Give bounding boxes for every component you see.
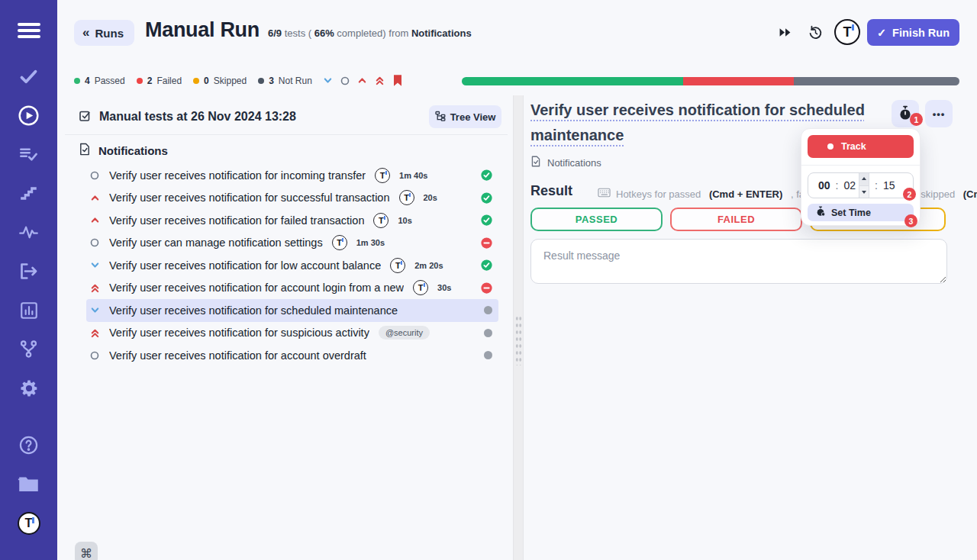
- test-duration: 10s: [398, 216, 411, 225]
- result-heading: Result: [530, 183, 572, 199]
- time-colon2: :: [875, 179, 878, 191]
- status-dot-icon: [193, 78, 199, 84]
- stat-failed[interactable]: 2Failed: [137, 76, 182, 86]
- more-options-button[interactable]: •••: [925, 100, 953, 127]
- subtitle-text: tests (: [282, 27, 314, 39]
- seconds-value[interactable]: 15: [883, 179, 895, 191]
- chevron-up-icon[interactable]: [357, 76, 367, 85]
- tree-view-label: Tree View: [450, 111, 496, 123]
- testomat-logo-icon: T: [390, 258, 405, 273]
- status-dot-icon: [258, 78, 264, 84]
- circle-icon[interactable]: [340, 76, 350, 85]
- time-input[interactable]: 00 : 02 : 15: [808, 172, 914, 198]
- hours-value[interactable]: 00: [818, 179, 830, 191]
- test-title: Verify user receives notification for ac…: [109, 349, 366, 362]
- menu-icon[interactable]: [0, 11, 57, 50]
- test-tag: @security: [379, 326, 430, 340]
- test-row[interactable]: Verify user receives notification for su…: [86, 322, 498, 345]
- priority-chevron-up-icon: [89, 193, 100, 203]
- milestones-icon[interactable]: [0, 174, 57, 213]
- minutes-stepper[interactable]: [859, 172, 869, 198]
- testomat-logo-icon: T: [332, 235, 347, 250]
- stat-label: Passed: [95, 76, 125, 86]
- panel-resize-handle[interactable]: [513, 95, 524, 560]
- step-badge-2: 2: [903, 188, 916, 201]
- track-label: Track: [841, 141, 866, 152]
- testomat-logo-icon[interactable]: T: [834, 19, 860, 45]
- stat-passed[interactable]: 4Passed: [74, 76, 125, 86]
- chevrons-up-icon[interactable]: [375, 75, 385, 86]
- checklist-icon: [79, 109, 92, 126]
- result-message-input[interactable]: [530, 239, 947, 284]
- tree-view-button[interactable]: Tree View: [429, 105, 501, 128]
- tests-icon[interactable]: [0, 57, 57, 96]
- projects-icon[interactable]: [0, 465, 57, 504]
- suite-folder-label: Notifications: [98, 144, 168, 157]
- failed-button[interactable]: FAILED: [670, 208, 802, 231]
- command-key-button[interactable]: ⌘: [75, 542, 98, 560]
- sidebar: T: [0, 0, 57, 560]
- tests-count: 6/9: [268, 27, 282, 39]
- stat-skipped[interactable]: 0Skipped: [193, 76, 247, 86]
- pipelines-icon[interactable]: [0, 330, 57, 369]
- step-up-icon[interactable]: [859, 172, 869, 186]
- settings-icon[interactable]: [0, 369, 57, 407]
- chevrons-left-icon: «: [82, 25, 89, 40]
- set-time-button[interactable]: Set Time: [808, 204, 914, 221]
- finish-run-button[interactable]: ✓ Finish Run: [867, 19, 959, 46]
- suite-folder-row[interactable]: Notifications: [79, 143, 168, 159]
- status-dot-icon: [137, 78, 143, 84]
- fast-forward-icon[interactable]: [779, 27, 792, 37]
- test-row[interactable]: Verify user receives notification for su…: [86, 187, 498, 210]
- test-row[interactable]: Verify user can manage notification sett…: [86, 232, 498, 255]
- breadcrumb[interactable]: Notifications: [530, 156, 601, 169]
- reports-icon[interactable]: [0, 291, 57, 330]
- import-icon[interactable]: [0, 252, 57, 291]
- test-duration: 1m 40s: [399, 171, 427, 180]
- finish-run-label: Finish Run: [892, 27, 950, 39]
- progress-segment-passed: [462, 77, 683, 85]
- subtitle-text2: completed) from: [334, 27, 411, 39]
- test-row[interactable]: Verify user receives notification for sc…: [86, 299, 498, 322]
- stat-not-run[interactable]: 3Not Run: [258, 76, 312, 86]
- passed-button[interactable]: PASSED: [530, 208, 663, 231]
- track-button[interactable]: Track: [808, 135, 914, 158]
- chevron-down-icon[interactable]: [323, 76, 333, 85]
- plans-icon[interactable]: [0, 135, 57, 174]
- logo-circle: T: [834, 19, 860, 45]
- test-row[interactable]: Verify user receives notification for in…: [86, 164, 498, 187]
- record-dot-icon: [827, 143, 834, 150]
- help-icon[interactable]: [0, 426, 57, 465]
- test-row[interactable]: Verify user receives notification for fa…: [86, 209, 498, 232]
- test-title: Verify user receives notification for ac…: [109, 282, 404, 294]
- step-badge-1: 1: [910, 113, 923, 126]
- stat-label: Skipped: [214, 76, 247, 86]
- stat-count: 3: [269, 76, 274, 86]
- test-row[interactable]: Verify user receives notification for lo…: [86, 254, 498, 277]
- runs-icon[interactable]: [0, 96, 57, 135]
- time-colon: :: [836, 179, 839, 191]
- priority-chevron-down-icon: [89, 305, 100, 315]
- page-title: Manual Run: [145, 18, 260, 42]
- priority-chevron-up-icon: [89, 215, 100, 225]
- test-row[interactable]: Verify user receives notification for ac…: [86, 277, 498, 300]
- run-progress-subtitle: 6/9 tests ( 66% completed) from Notifica…: [268, 27, 472, 39]
- status-failed-icon: [481, 282, 492, 294]
- priority-chevron-down-icon: [89, 260, 100, 270]
- test-row[interactable]: Verify user receives notification for ac…: [86, 344, 498, 367]
- testomat-logo-icon: T: [413, 280, 428, 295]
- test-title: Verify user receives notification for su…: [109, 327, 369, 339]
- back-to-runs-button[interactable]: « Runs: [74, 20, 134, 46]
- test-title: Verify user receives notification for in…: [109, 169, 366, 182]
- stat-label: Failed: [156, 76, 182, 86]
- testomat-logo-icon: T: [375, 168, 390, 183]
- analytics-icon[interactable]: [0, 213, 57, 252]
- app-root: T « Runs Manual Run 6/9 tests ( 66% comp…: [0, 0, 977, 560]
- minutes-value[interactable]: 02: [843, 179, 856, 191]
- stat-count: 0: [204, 76, 209, 86]
- restart-timer-icon[interactable]: [808, 24, 824, 40]
- stat-label: Not Run: [279, 76, 312, 86]
- logo-icon[interactable]: T: [0, 504, 57, 542]
- bookmark-icon[interactable]: [392, 74, 403, 87]
- step-down-icon[interactable]: [859, 186, 869, 199]
